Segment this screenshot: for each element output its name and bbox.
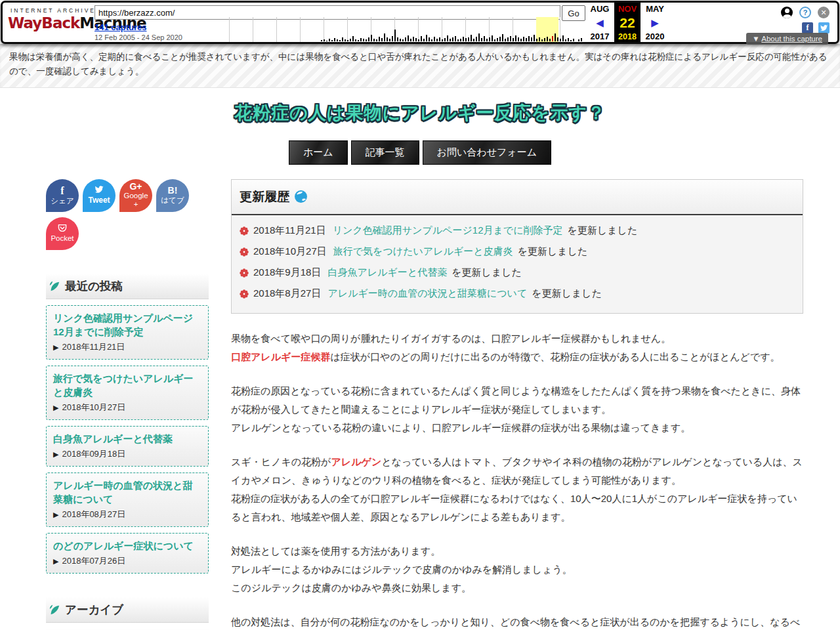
play-icon: ▶ xyxy=(53,450,58,458)
page-title[interactable]: 花粉症の人は果物にアレルギー反応を示す？ xyxy=(0,101,840,125)
current-year-label: 2018 xyxy=(618,32,637,41)
prev-capture-arrow-icon[interactable]: ◀ xyxy=(596,18,604,28)
post-title: 白身魚アレルギーと代替薬 xyxy=(53,432,201,446)
recent-post-item[interactable]: のどのアレルギー症状について ▶2018年07月26日 xyxy=(46,533,209,574)
flower-bullet-icon xyxy=(240,247,249,257)
body-paragraph: 果物を食べて喉や口の周りが腫れたりイガイガするのは、口腔アレルギー症候群かもしれ… xyxy=(231,329,803,366)
post-title: 旅行で気をつけたいアレルギーと皮膚炎 xyxy=(53,371,201,399)
wayback-toolbar: INTERNET ARCHIVE WayBackMachine Go 141 c… xyxy=(1,1,839,44)
history-suffix: を更新しました xyxy=(532,287,602,300)
nav-articles-button[interactable]: 記事一覧 xyxy=(351,140,419,165)
prev-year-label: 2017 xyxy=(591,32,610,41)
post-date: ▶2018年07月26日 xyxy=(53,555,201,567)
body-paragraph: 花粉症の原因となっている花粉に含まれているたんぱく質と同じような構造をしたたんぱ… xyxy=(231,382,803,437)
current-day-label: 22 xyxy=(620,16,635,30)
next-month-label: MAY xyxy=(646,4,664,14)
history-date: 2018年9月18日 xyxy=(253,266,321,279)
recent-post-item[interactable]: 旅行で気をつけたいアレルギーと皮膚炎 ▶2018年10月27日 xyxy=(46,366,209,420)
toolbar-social-icons: f xyxy=(802,22,830,33)
globe-icon xyxy=(294,190,308,203)
close-icon[interactable]: ✕ xyxy=(818,7,830,18)
body-paragraph: 他の対処法は、自分が何の花粉症なのかをしっかりと知り、どの食べ物を食べると症状が… xyxy=(231,613,803,630)
history-suffix: を更新しました xyxy=(452,266,522,279)
hatena-share-button[interactable]: B! はてブ xyxy=(156,179,189,212)
update-history-box: 更新履歴 2018年11月21日 リンク色確認用サンプルページ12月までに削除予… xyxy=(231,179,803,314)
history-suffix: を更新しました xyxy=(518,245,588,258)
recent-post-item[interactable]: リンク色確認用サンプルページ12月までに削除予定 ▶2018年11月21日 xyxy=(46,305,209,360)
twitter-bird-icon xyxy=(94,185,104,196)
captures-link[interactable]: 141 captures xyxy=(94,22,147,32)
hatena-icon: B! xyxy=(168,186,178,196)
history-link[interactable]: 旅行で気をつけたいアレルギーと皮膚炎 xyxy=(333,245,513,258)
article-body: 果物を食べて喉や口の周りが腫れたりイガイガするのは、口腔アレルギー症候群かもしれ… xyxy=(231,329,803,630)
pocket-share-button[interactable]: Pocket xyxy=(46,217,79,250)
help-icon[interactable]: ? xyxy=(799,7,811,18)
play-icon: ▶ xyxy=(53,343,58,351)
post-date: ▶2018年10月27日 xyxy=(53,402,201,413)
post-date: ▶2018年08月27日 xyxy=(53,509,201,520)
main-nav: ホーム 記事一覧 お問い合わせフォーム xyxy=(0,140,840,165)
googleplus-icon: G+ xyxy=(129,182,142,192)
previous-capture-column: AUG ◀ 2017 xyxy=(585,3,614,42)
twitter-icon[interactable] xyxy=(818,22,830,33)
history-date: 2018年11月21日 xyxy=(253,224,326,237)
update-history-header: 更新履歴 xyxy=(232,180,803,215)
archive-header: アーカイブ xyxy=(46,597,209,623)
about-capture-button[interactable]: ▼ About this capture xyxy=(746,33,828,45)
next-capture-arrow-icon[interactable]: ▶ xyxy=(651,18,659,28)
history-date: 2018年8月27日 xyxy=(253,287,321,300)
recent-post-item[interactable]: アレルギー時の血管の状況と甜菜糖について ▶2018年08月27日 xyxy=(46,472,209,527)
facebook-share-button[interactable]: f シェア xyxy=(46,179,79,212)
caret-down-icon: ▼ xyxy=(752,35,759,43)
capture-timeline[interactable] xyxy=(229,17,583,42)
body-paragraph: 対処法としては薬を使用する方法があります。アレルギーによるかゆみにはジルテックで… xyxy=(231,542,803,597)
history-item: 2018年8月27日 アレルギー時の血管の状況と甜菜糖について を更新しました xyxy=(240,284,795,304)
main-content: 更新履歴 2018年11月21日 リンク色確認用サンプルページ12月までに削除予… xyxy=(231,179,803,630)
capture-calendar: AUG ◀ 2017 NOV 22 2018 MAY ▶ 2020 xyxy=(585,3,669,42)
site-description-banner: 果物は栄養価が高く、定期的に食べることが推奨されていますが、中には果物を食べると… xyxy=(0,44,840,88)
post-title: リンク色確認用サンプルページ12月までに削除予定 xyxy=(53,311,201,339)
post-title: のどのアレルギー症状について xyxy=(53,539,201,553)
body-paragraph: スギ・ヒノキの花粉がアレルゲンとなっている人はトマト、ブタクサやイネ科の植物の花… xyxy=(231,453,803,526)
post-date: ▶2018年09月18日 xyxy=(53,448,201,460)
next-capture-column: MAY ▶ 2020 xyxy=(640,3,669,42)
history-date: 2018年10月27日 xyxy=(253,245,327,258)
leaf-icon xyxy=(49,604,60,616)
history-suffix: を更新しました xyxy=(568,224,638,237)
recent-post-item[interactable]: 白身魚アレルギーと代替薬 ▶2018年09月18日 xyxy=(46,426,209,467)
facebook-icon: f xyxy=(60,185,64,197)
facebook-icon[interactable]: f xyxy=(802,22,813,33)
internet-archive-label: INTERNET ARCHIVE xyxy=(10,7,96,14)
play-icon: ▶ xyxy=(53,404,58,411)
history-item: 2018年9月18日 白身魚アレルギーと代替薬 を更新しました xyxy=(240,262,795,284)
history-link[interactable]: 白身魚アレルギーと代替薬 xyxy=(327,266,447,279)
account-icon[interactable] xyxy=(781,7,793,18)
history-link[interactable]: アレルギー時の血管の状況と甜菜糖について xyxy=(327,287,527,300)
flower-bullet-icon xyxy=(240,289,249,299)
sidebar: f シェア Tweet G+ Google+ B! はてブ xyxy=(46,179,209,630)
history-item: 2018年11月21日 リンク色確認用サンプルページ12月までに削除予定 を更新… xyxy=(240,220,795,242)
history-item: 2018年10月27日 旅行で気をつけたいアレルギーと皮膚炎 を更新しました xyxy=(240,242,795,262)
share-buttons: f シェア Tweet G+ Google+ B! はてブ xyxy=(46,179,209,250)
tweet-share-button[interactable]: Tweet xyxy=(83,179,116,212)
current-month-label: NOV xyxy=(618,4,637,14)
recent-posts-header: 最近の投稿 xyxy=(46,274,209,299)
post-title: アレルギー時の血管の状況と甜菜糖について xyxy=(53,478,201,506)
recent-posts-list: リンク色確認用サンプルページ12月までに削除予定 ▶2018年11月21日 旅行… xyxy=(46,305,209,574)
leaf-icon xyxy=(49,280,60,292)
captures-date-range: 12 Feb 2005 - 24 Sep 2020 xyxy=(94,33,182,41)
post-date: ▶2018年11月21日 xyxy=(53,341,201,353)
current-capture-column: NOV 22 2018 xyxy=(614,3,640,42)
prev-month-label: AUG xyxy=(591,4,610,14)
history-link[interactable]: リンク色確認用サンプルページ12月までに削除予定 xyxy=(333,224,563,237)
play-icon: ▶ xyxy=(53,511,58,518)
googleplus-share-button[interactable]: G+ Google+ xyxy=(119,179,152,212)
nav-contact-button[interactable]: お問い合わせフォーム xyxy=(423,140,551,165)
pocket-icon xyxy=(58,224,67,235)
play-icon: ▶ xyxy=(53,557,58,565)
toolbar-icons: ? ✕ xyxy=(781,7,830,18)
next-year-label: 2020 xyxy=(646,32,665,41)
flower-bullet-icon xyxy=(240,226,249,236)
nav-home-button[interactable]: ホーム xyxy=(289,140,348,165)
update-history-list: 2018年11月21日 リンク色確認用サンプルページ12月までに削除予定 を更新… xyxy=(232,215,803,313)
